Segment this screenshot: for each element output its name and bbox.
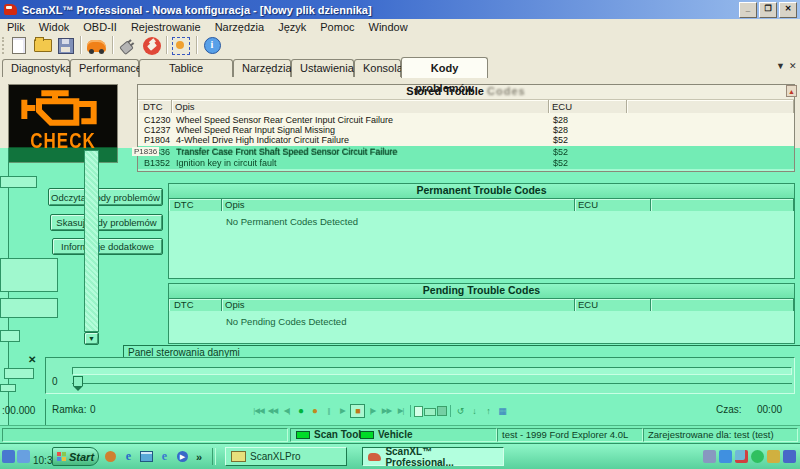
clear-codes-button[interactable]: Skasuj kody problemów (50, 214, 163, 231)
media-player-icon[interactable]: ▶ (175, 449, 190, 464)
record-amber-icon[interactable]: ● (308, 404, 321, 418)
record-green-icon[interactable]: ● (294, 404, 307, 418)
column-ecu[interactable]: ECU (549, 100, 627, 113)
column-ecu[interactable]: ECU (575, 199, 651, 211)
slider-thumb[interactable] (73, 376, 83, 386)
progress-track[interactable] (72, 367, 792, 375)
column-dtc[interactable]: DTC (138, 100, 172, 113)
column-opis[interactable]: Opis (222, 199, 575, 211)
glitch-fragment (4, 368, 34, 379)
column-dtc[interactable]: DTC (169, 299, 222, 311)
taskbar-button-scanxl-app[interactable]: ScanXL™ Professional... (362, 447, 504, 466)
tray-battery-icon[interactable] (719, 450, 732, 463)
upload-icon[interactable]: ↑ (482, 406, 495, 416)
disconnect-plug-icon[interactable] (141, 35, 163, 56)
save-log-icon[interactable] (437, 406, 447, 416)
connect-plug-icon[interactable] (116, 35, 138, 56)
tray-network-icon[interactable] (783, 450, 796, 463)
panel-border (123, 345, 800, 346)
column-dtc[interactable]: DTC (169, 199, 222, 211)
toolbar-separator (112, 36, 113, 54)
selection-target-icon[interactable] (170, 35, 192, 56)
tray-messenger-icon[interactable] (703, 450, 716, 463)
table-row[interactable]: C1230 Wheel Speed Sensor Rear Center Inp… (139, 115, 793, 125)
vehicle-icon[interactable] (85, 35, 107, 56)
save-file-icon[interactable] (55, 35, 77, 56)
tab-ustawienia[interactable]: Ustawienia (291, 59, 354, 77)
table-row[interactable]: P1804 4-Wheel Drive High Indicator Circu… (139, 135, 793, 145)
column-blank[interactable] (627, 100, 794, 113)
tab-menu-icon[interactable]: ▼ (776, 61, 785, 71)
glitch-fragment (0, 176, 37, 188)
menu-plik[interactable]: Plik (0, 20, 32, 34)
skip-first-icon[interactable]: |◀◀ (252, 404, 265, 418)
menu-pomoc[interactable]: Pomoc (313, 20, 361, 34)
scrollbar-down-icon[interactable]: ▼ (84, 332, 99, 345)
screen: ScanXL™ Professional - Nowa konfiguracja… (0, 0, 800, 469)
column-opis[interactable]: Opis (172, 100, 549, 113)
window-title: ScanXL™ Professional - Nowa konfiguracja… (22, 4, 372, 16)
new-file-icon[interactable] (8, 35, 30, 56)
check-engine-panel: CHECK (8, 84, 118, 163)
menu-rejestrowanie[interactable]: Rejestrowanie (124, 20, 208, 34)
menu-widok[interactable]: Widok (32, 20, 77, 34)
table-row[interactable]: B1352 Ignition key in circuit fault $52 (139, 158, 793, 168)
tab-close-icon[interactable]: ✕ (789, 61, 797, 71)
pause-icon[interactable]: || (322, 404, 335, 418)
tray-speaker-icon[interactable] (767, 450, 780, 463)
start-button[interactable]: Start (52, 447, 99, 466)
tab-kody-problemow[interactable]: Kody problemów (401, 57, 488, 78)
glitch-close-icon[interactable]: ✕ (28, 354, 36, 365)
additional-info-button[interactable]: Informacje dodatkowe (52, 238, 163, 255)
download-icon[interactable]: ↓ (468, 406, 481, 416)
tab-diagnostyka[interactable]: Diagnostyka (2, 59, 70, 77)
glitch-scrollbar[interactable] (84, 150, 99, 332)
read-codes-button[interactable]: Odczytaj kody problemów (48, 188, 163, 206)
rewind-icon[interactable]: ◀◀ (266, 404, 279, 418)
menu-obd2[interactable]: OBD-II (76, 20, 124, 34)
fast-forward-icon[interactable]: ▶▶ (380, 404, 393, 418)
table-row[interactable]: C1237 Wheel Speed Rear Input Signal Miss… (139, 125, 793, 135)
open-log-icon[interactable] (424, 408, 436, 416)
tray-antivirus-icon[interactable] (751, 450, 764, 463)
chevron-more-icon[interactable]: » (196, 451, 202, 463)
windows-flag-icon (57, 452, 66, 461)
close-button[interactable]: ✕ (779, 2, 797, 18)
menu-window[interactable]: Window (362, 20, 415, 34)
tray-volume-muted-icon[interactable] (735, 450, 748, 463)
restore-button[interactable]: ❐ (759, 2, 777, 18)
quicklaunch-ie-icon[interactable]: e (121, 449, 136, 464)
menu-narzedzia[interactable]: Narzędzia (208, 20, 272, 34)
info-balloon-icon[interactable]: i (201, 35, 223, 56)
column-blank[interactable] (651, 199, 794, 211)
column-opis[interactable]: Opis (222, 299, 575, 311)
quicklaunch-ie2-icon[interactable]: e (157, 449, 172, 464)
column-blank[interactable] (651, 299, 794, 311)
tab-konsola[interactable]: Konsola (354, 59, 401, 77)
scrollbar-up-icon[interactable]: ▲ (786, 85, 797, 97)
menu-jezyk[interactable]: Język (271, 20, 313, 34)
open-file-icon[interactable] (32, 35, 54, 56)
stop-button-active[interactable]: ■ (350, 404, 365, 418)
table-row[interactable]: P1836 Transfer Case Front Shaft Speed Se… (139, 147, 793, 157)
taskbar-button-scanxlpro[interactable]: ScanXLPro (225, 447, 347, 466)
minimize-button[interactable]: _ (739, 2, 757, 18)
tab-tablice-rozdzielcze[interactable]: Tablice rozdzielcze (139, 59, 233, 77)
skip-last-icon[interactable]: ▶| (394, 404, 407, 418)
slider-rail[interactable] (72, 383, 792, 384)
column-ecu[interactable]: ECU (575, 299, 651, 311)
window-grid-icon[interactable]: ▦ (496, 406, 509, 416)
show-desktop-icon[interactable] (139, 449, 154, 464)
play-icon[interactable]: ▶ (336, 404, 349, 418)
step-forward-icon[interactable]: |▶ (366, 404, 379, 418)
status-cell-indicators: Scan Tool Vehicle (290, 428, 497, 442)
step-back-icon[interactable]: ◀| (280, 404, 293, 418)
tab-narzedzia[interactable]: Narzędzia (233, 59, 291, 77)
new-log-icon[interactable] (414, 406, 423, 417)
glitch-strip (0, 148, 9, 443)
separator (410, 405, 411, 417)
tab-performance[interactable]: Performance (70, 59, 139, 77)
revert-icon[interactable]: ↺ (454, 406, 467, 416)
quicklaunch-launcher-icon[interactable] (103, 449, 118, 464)
glitch-time-text: :00.000 (2, 405, 35, 416)
